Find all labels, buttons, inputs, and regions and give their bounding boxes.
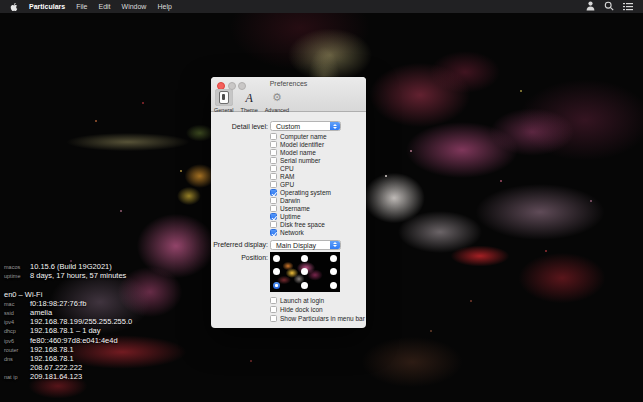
network-interface-header: en0 – Wi-Fi: [4, 290, 132, 299]
checkbox-label: Hide dock icon: [280, 306, 323, 313]
info-value: f0:18:98:27:76:fb: [30, 299, 86, 308]
checkbox[interactable]: [270, 229, 277, 236]
user-icon[interactable]: [586, 1, 595, 12]
info-row: ipv6 fe80::460:97d8:e041:4e4d: [4, 336, 132, 345]
info-row: ssid amelia: [4, 308, 132, 317]
checkbox[interactable]: [270, 133, 277, 140]
checkbox[interactable]: [270, 306, 277, 313]
tab-general-label: General: [214, 107, 234, 113]
info-value: 208.67.222.222: [30, 363, 82, 372]
general-device-icon: [219, 91, 229, 104]
checkbox-label: Launch at login: [280, 297, 324, 304]
checkbox-label: Show Particulars in menu bar: [280, 315, 365, 322]
checkbox[interactable]: [270, 149, 277, 156]
checkbox[interactable]: [270, 297, 277, 304]
position-radio[interactable]: [301, 268, 308, 275]
checkbox-row[interactable]: Hide dock icon: [270, 305, 365, 314]
info-value: 192.168.78.1 – 1 day: [30, 326, 100, 335]
apple-menu-icon[interactable]: [10, 2, 18, 12]
network-info: mac f0:18:98:27:76:fb ssid amelia ipv4 1…: [4, 299, 132, 382]
info-label: nat ip: [4, 374, 30, 380]
info-label: ssid: [4, 310, 30, 316]
checkbox-label: RAM: [280, 173, 294, 180]
system-info: macos 10.15.6 (Build 19G2021) uptime 8 d…: [4, 262, 132, 280]
tab-general[interactable]: General: [214, 89, 234, 113]
preferred-display-label: Preferred display:: [211, 241, 268, 248]
checkbox-row[interactable]: Serial number: [270, 157, 331, 165]
menubar-menu-item[interactable]: Help: [157, 3, 171, 10]
checkbox-row[interactable]: Model name: [270, 149, 331, 157]
checkbox[interactable]: [270, 181, 277, 188]
checkbox[interactable]: [270, 221, 277, 228]
checkbox[interactable]: [270, 165, 277, 172]
checkbox-label: Model name: [280, 149, 316, 156]
checkbox[interactable]: [270, 189, 277, 196]
desktop-info-overlay: macos 10.15.6 (Build 19G2021) uptime 8 d…: [4, 262, 132, 381]
checkbox[interactable]: [270, 141, 277, 148]
checkbox-label: Network: [280, 229, 304, 236]
checkbox-row[interactable]: Username: [270, 205, 331, 213]
checkbox-row[interactable]: Uptime: [270, 213, 331, 221]
position-radio[interactable]: [330, 282, 337, 289]
checkbox[interactable]: [270, 173, 277, 180]
desktop: Particulars File Edit Window Help macos …: [0, 0, 643, 402]
checkbox-row[interactable]: Operating system: [270, 189, 331, 197]
menubar-menus: File Edit Window Help: [76, 3, 172, 10]
checkbox[interactable]: [270, 315, 277, 322]
position-radio[interactable]: [301, 255, 308, 262]
menu-bar: Particulars File Edit Window Help: [0, 0, 643, 13]
tab-advanced[interactable]: ⚙ Advanced: [265, 89, 289, 113]
checkbox-label: Darwin: [280, 197, 300, 204]
checkbox-label: Operating system: [280, 189, 331, 196]
tab-theme-label: Theme: [241, 107, 258, 113]
detail-level-dropdown[interactable]: Custom: [270, 121, 341, 131]
info-value: 192.168.78.199/255.255.255.0: [30, 317, 132, 326]
tab-theme[interactable]: A Theme: [241, 89, 258, 113]
position-radio[interactable]: [301, 282, 308, 289]
info-label: uptime: [4, 273, 30, 279]
menubar-menu-item[interactable]: Edit: [98, 3, 110, 10]
checkbox-row[interactable]: Network: [270, 229, 331, 237]
info-row: 208.67.222.222: [4, 363, 132, 372]
info-value: fe80::460:97d8:e041:4e4d: [30, 336, 118, 345]
menubar-app-name[interactable]: Particulars: [29, 3, 65, 10]
checkbox-row[interactable]: CPU: [270, 165, 331, 173]
checkbox[interactable]: [270, 197, 277, 204]
checkbox-row[interactable]: RAM: [270, 173, 331, 181]
checkbox-row[interactable]: Launch at login: [270, 296, 365, 305]
preferred-display-dropdown[interactable]: Main Display: [270, 240, 341, 250]
menubar-menu-item[interactable]: File: [76, 3, 87, 10]
theme-letter-a-icon: A: [245, 92, 252, 104]
position-radio-grid: [270, 252, 340, 292]
checkbox[interactable]: [270, 157, 277, 164]
position-radio[interactable]: [330, 268, 337, 275]
position-label: Position:: [211, 254, 268, 261]
search-icon[interactable]: [604, 1, 614, 12]
checkbox-row[interactable]: Computer name: [270, 133, 331, 141]
info-row: macos 10.15.6 (Build 19G2021): [4, 262, 132, 271]
checkbox-row[interactable]: Disk free space: [270, 221, 331, 229]
position-radio[interactable]: [273, 268, 280, 275]
info-row: mac f0:18:98:27:76:fb: [4, 299, 132, 308]
position-radio[interactable]: [330, 255, 337, 262]
position-radio[interactable]: [273, 282, 280, 289]
checkbox-row[interactable]: GPU: [270, 181, 331, 189]
info-value: 209.181.64.123: [30, 372, 82, 381]
info-value: 8 days, 17 hours, 57 minutes: [30, 271, 126, 280]
notification-center-icon[interactable]: [623, 2, 633, 12]
menubar-menu-item[interactable]: Window: [122, 3, 147, 10]
checkbox-row[interactable]: Darwin: [270, 197, 331, 205]
info-label: macos: [4, 264, 30, 270]
info-row: ipv4 192.168.78.199/255.255.255.0: [4, 317, 132, 326]
checkbox-row[interactable]: Model identifier: [270, 141, 331, 149]
checkbox[interactable]: [270, 205, 277, 212]
info-row: dhcp 192.168.78.1 – 1 day: [4, 326, 132, 335]
stepper-arrows-icon: [330, 241, 340, 249]
checkbox-row[interactable]: Show Particulars in menu bar: [270, 314, 365, 323]
position-radio[interactable]: [273, 255, 280, 262]
checkbox[interactable]: [270, 213, 277, 220]
stepper-arrows-icon: [330, 122, 340, 130]
checkbox-label: Serial number: [280, 157, 320, 164]
info-row: nat ip 209.181.64.123: [4, 372, 132, 381]
info-value: 192.168.78.1: [30, 354, 74, 363]
